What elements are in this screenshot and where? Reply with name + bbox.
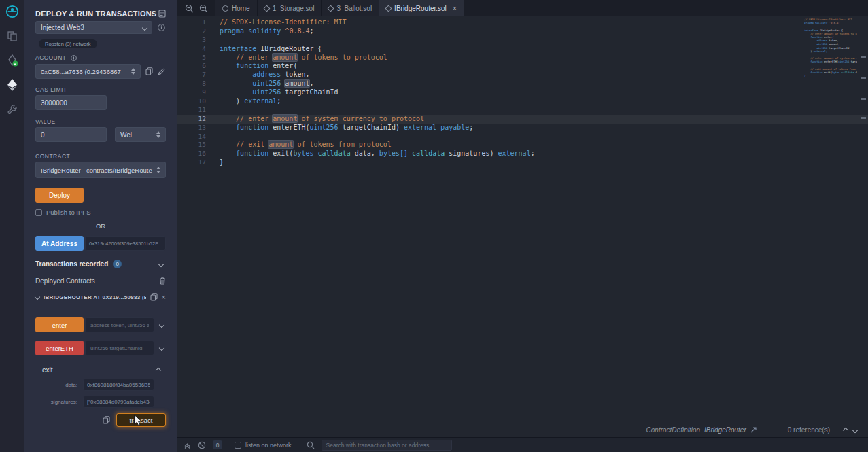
code-line[interactable]: 9 uint256 targetChainId	[177, 88, 868, 97]
value-unit: Wei	[120, 131, 132, 139]
network-badge: Ropsten (3) network	[39, 39, 97, 48]
code-line[interactable]: 16 function exit(bytes calldata data, by…	[177, 150, 868, 158]
exit-data-row: data:	[35, 379, 166, 391]
code-line[interactable]: 1// SPDX-License-Identifier: MIT	[177, 18, 868, 27]
tab-1-storage[interactable]: 1_Storage.sol	[258, 0, 322, 16]
code-line[interactable]: 7 address token,	[177, 71, 868, 80]
account-row: 0xC58...a7636 (0.29436867	[35, 64, 166, 79]
clear-console-icon[interactable]	[198, 441, 206, 449]
minimap[interactable]: // SPDX-License-Identifier: MITpragma so…	[804, 18, 857, 77]
home-tab-icon	[222, 5, 228, 12]
publish-ipfs-label: Publish to IPFS	[46, 209, 90, 216]
overview-ruler[interactable]	[861, 16, 867, 423]
activity-bar	[0, 0, 24, 452]
copy-calldata-icon[interactable]	[103, 416, 110, 424]
code-line[interactable]: 15 // exit amount of tokens from protoco…	[177, 141, 868, 150]
code-line[interactable]: 2pragma solidity ^0.8.4;	[177, 27, 868, 36]
remix-app: DEPLOY & RUN TRANSACTIONS Injected Web3 …	[0, 0, 868, 452]
account-select[interactable]: 0xC58...a7636 (0.29436867	[35, 64, 141, 79]
exit-signatures-label: signatures:	[35, 399, 77, 405]
trash-icon[interactable]	[159, 277, 166, 285]
add-account-icon[interactable]	[71, 55, 77, 61]
remix-logo-icon[interactable]	[5, 5, 19, 18]
edit-account-icon[interactable]	[158, 68, 165, 75]
goto-reference-icon[interactable]	[750, 427, 757, 433]
contract-select[interactable]: IBridgeRouter - contracts/IBridgeRoute	[35, 162, 166, 178]
tab-ibridgerouter[interactable]: IBridgeRouter.sol ×	[379, 0, 464, 16]
value-input[interactable]	[35, 127, 107, 142]
tab-label: 3_Ballot.sol	[336, 5, 372, 12]
terminal-search-input[interactable]	[322, 440, 452, 451]
info-icon[interactable]	[158, 24, 165, 31]
entereth-params-input[interactable]	[85, 341, 154, 355]
close-instance-icon[interactable]: ×	[162, 294, 166, 301]
deploy-run-panel: DEPLOY & RUN TRANSACTIONS Injected Web3 …	[24, 0, 177, 452]
entereth-function-button[interactable]: enterETH	[35, 341, 84, 355]
code-line[interactable]: 4interface IBridgeRouter {	[177, 45, 868, 54]
collapse-function-icon[interactable]	[156, 367, 161, 372]
code-line[interactable]: 11	[177, 106, 868, 115]
previous-reference-icon[interactable]	[843, 427, 848, 432]
transactions-recorded-label: Transactions recorded	[35, 260, 108, 268]
expand-function-icon[interactable]	[159, 322, 164, 328]
deploy-button[interactable]: Deploy	[35, 188, 84, 203]
zoom-in-icon[interactable]	[199, 4, 208, 13]
exit-function-header[interactable]: exit	[35, 366, 166, 374]
at-address-row: At Address 0x319c42009f309e38501b52F	[35, 236, 166, 251]
publish-ipfs-row: Publish to IPFS	[35, 209, 166, 216]
transactions-recorded-row[interactable]: Transactions recorded 0	[35, 260, 166, 268]
enter-function-button[interactable]: enter	[35, 317, 84, 332]
gas-limit-input[interactable]	[35, 95, 107, 110]
code-line[interactable]: 6 function enter(	[177, 62, 868, 71]
value-unit-select[interactable]: Wei	[115, 127, 166, 142]
tab-3-ballot[interactable]: 3_Ballot.sol	[322, 0, 379, 16]
at-address-input[interactable]: 0x319c42009f309e38501b52F	[85, 236, 166, 251]
account-label: ACCOUNT	[35, 54, 67, 61]
terminal-bar: 0 listen on network	[177, 437, 868, 452]
chevron-down-icon[interactable]	[158, 261, 164, 266]
solidity-compiler-icon[interactable]	[5, 54, 19, 67]
chevron-down-icon	[142, 24, 147, 30]
transact-button[interactable]: transact	[116, 413, 166, 427]
code-line[interactable]: 8 uint256 amount,	[177, 80, 868, 88]
solidity-file-icon	[263, 5, 270, 12]
transact-row: transact	[35, 413, 166, 427]
zoom-out-icon[interactable]	[185, 4, 194, 13]
panel-title: DEPLOY & RUN TRANSACTIONS	[35, 10, 156, 18]
close-tab-icon[interactable]: ×	[453, 5, 457, 12]
deployed-instance-header[interactable]: IBRIDGEROUTER AT 0X319...50883 (BL ×	[35, 293, 166, 301]
exit-signatures-input[interactable]	[83, 396, 154, 408]
editor-context-widget: ContractDefinition IBridgeRouter 0 refer…	[646, 426, 857, 434]
environment-select[interactable]: Injected Web3	[35, 21, 152, 34]
expand-function-icon[interactable]	[159, 345, 164, 351]
exit-data-input[interactable]	[83, 379, 154, 391]
at-address-button[interactable]: At Address	[35, 236, 84, 251]
expand-terminal-icon[interactable]	[184, 441, 191, 449]
code-line[interactable]: 17}	[177, 158, 868, 167]
enter-params-input[interactable]	[85, 317, 154, 332]
deploy-and-run-icon[interactable]	[5, 78, 19, 92]
panel-title-row: DEPLOY & RUN TRANSACTIONS	[35, 0, 166, 20]
copy-instance-icon[interactable]	[150, 293, 158, 301]
chevron-down-icon[interactable]	[35, 294, 40, 300]
overview-ruler-mark	[861, 56, 866, 58]
code-line[interactable]: 10 ) external;	[177, 97, 868, 106]
code-line[interactable]: 12 // enter amount of system currency to…	[177, 115, 868, 124]
select-stepper-icon	[131, 68, 135, 75]
next-reference-icon[interactable]	[852, 427, 858, 432]
file-explorer-icon[interactable]	[5, 29, 19, 43]
tab-home[interactable]: Home	[215, 0, 258, 16]
code-line[interactable]: 14	[177, 133, 868, 141]
debugger-icon[interactable]	[5, 103, 19, 116]
listen-on-network-checkbox[interactable]	[235, 442, 241, 449]
code-line[interactable]: 13 function enterETH(uint256 targetChain…	[177, 124, 868, 133]
code-line[interactable]: 5 // enter amount of tokens to protocol	[177, 54, 868, 63]
tab-label: Home	[232, 5, 250, 12]
publish-ipfs-checkbox[interactable]	[35, 209, 42, 216]
copy-account-icon[interactable]	[145, 67, 153, 75]
docs-icon[interactable]	[158, 10, 166, 18]
code-line[interactable]: 3	[177, 36, 868, 45]
function-row-enter: enter	[35, 317, 166, 332]
low-level-interactions-label: Low level interactions	[35, 445, 166, 452]
tab-label: IBridgeRouter.sol	[394, 5, 447, 12]
